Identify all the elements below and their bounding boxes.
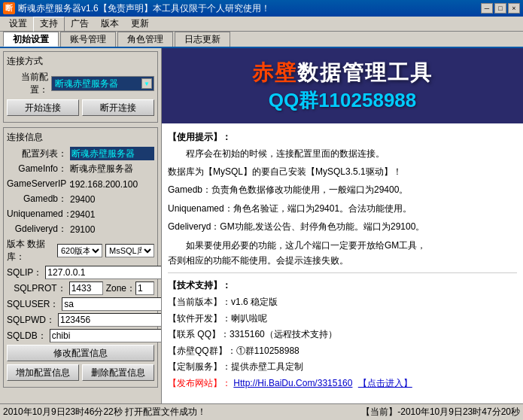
- sqlip-row: SQLIP：: [7, 266, 154, 279]
- status-left-text: 2010年10月9日23时46分22秒 打开配置文件成功！: [3, 406, 361, 418]
- tab-initial-setup[interactable]: 初始设置: [3, 32, 59, 47]
- tech-support-section: 【技术支持】： 【当前版本】：v1.6 稳定版 【软件开发】：喇叭啦呢 【联系 …: [168, 278, 517, 391]
- usage-tips-p3: Gamedb：负责角色数据修改功能使用，一般端口为29400。: [168, 182, 517, 197]
- tab-log-update[interactable]: 日志更新: [175, 32, 230, 47]
- gdeliveryd-value: 29100: [70, 224, 95, 235]
- right-header: 赤壁数据管理工具 QQ群110258988: [162, 48, 523, 123]
- left-panel: 连接方式 当前配置： 断魂赤壁服务器 ▼ 开始连接 断开连接 连接信息 配置列表…: [0, 48, 162, 403]
- tech-custom: 【定制服务】：提供赤壁工具定制: [168, 359, 517, 376]
- minimize-button[interactable]: ─: [481, 3, 493, 14]
- add-config-button[interactable]: 增加配置信息: [7, 364, 79, 381]
- sqlprot-input[interactable]: [69, 282, 103, 295]
- sqlprot-label: SQLPROT：: [7, 282, 66, 295]
- sqlpwd-label: SQLPWD：: [7, 314, 55, 327]
- modify-config-button[interactable]: 修改配置信息: [7, 345, 154, 361]
- version-db-row: 版本 数据库： 620版本 640版本 MsSQL库 MySQL库: [7, 238, 154, 263]
- stop-connect-button[interactable]: 断开连接: [82, 99, 154, 116]
- tech-redwall-value: ①群110258988: [236, 345, 300, 356]
- start-connect-button[interactable]: 开始连接: [7, 99, 79, 116]
- gdeliveryd-row: Gdeliveryd： 29100: [7, 223, 154, 236]
- usage-tips-p4: Uniquenamed：角色名验证，端口为29401。合法功能使用。: [168, 201, 517, 216]
- tech-website-url[interactable]: Http://Hi.BaiDu.Com/3315160: [233, 378, 352, 388]
- gamedb-value: 29400: [70, 194, 95, 205]
- menu-update[interactable]: 更新: [125, 17, 155, 32]
- divider: [168, 272, 517, 273]
- sqlpwd-row: SQLPWD：: [7, 313, 154, 327]
- gdeliveryd-label: Gdeliveryd：: [7, 223, 67, 236]
- tech-qq-label: 【联系 QQ】：: [168, 329, 230, 339]
- zone-label: Zone：: [106, 282, 135, 295]
- sqldb-row: SQLDB：: [7, 329, 154, 342]
- tech-qq-value: 3315160（远程技术支持）: [230, 329, 337, 339]
- add-delete-buttons: 增加配置信息 删除配置信息: [7, 364, 154, 381]
- sqlpwd-input[interactable]: [58, 313, 162, 327]
- right-title: 赤壁数据管理工具: [252, 59, 433, 87]
- config-dropdown-value: 断魂赤壁服务器: [53, 78, 152, 90]
- right-panel: 赤壁数据管理工具 QQ群110258988 【使用提示】： 程序会在初始的时候，…: [162, 48, 523, 403]
- config-list-row: 配置列表： 断魂赤壁服务器: [7, 147, 154, 160]
- sqluser-input[interactable]: [62, 297, 162, 311]
- current-config-row: 当前配置： 断魂赤壁服务器 ▼: [7, 71, 154, 96]
- tech-website: 【发布网站】： Http://Hi.BaiDu.Com/3315160 【点击进…: [168, 376, 517, 392]
- menu-settings[interactable]: 设置: [3, 17, 33, 32]
- config-list-label: 配置列表：: [7, 148, 67, 160]
- gamedb-label: Gamedb：: [7, 193, 67, 205]
- sqluser-label: SQLUSER：: [7, 298, 59, 311]
- tech-dev-value: 喇叭啦呢: [231, 313, 267, 324]
- maximize-button[interactable]: □: [494, 3, 506, 14]
- menu-version[interactable]: 版本: [95, 17, 125, 32]
- gameserverip-value: 192.168.200.100: [70, 179, 138, 190]
- tech-qq: 【联系 QQ】：3315160（远程技术支持）: [168, 327, 517, 343]
- db-type-select[interactable]: MsSQL库 MySQL库: [105, 244, 154, 257]
- current-config-label: 当前配置：: [7, 71, 48, 96]
- connection-method-group: 连接方式 当前配置： 断魂赤壁服务器 ▼ 开始连接 断开连接: [3, 51, 158, 123]
- tech-developer: 【软件开发】：喇叭啦呢: [168, 311, 517, 327]
- version-select[interactable]: 620版本 640版本: [57, 244, 102, 257]
- sqlip-input[interactable]: [45, 266, 162, 279]
- menu-support[interactable]: 支持: [33, 17, 65, 32]
- title-rest: 数据管理工具: [297, 61, 433, 84]
- usage-tips-p7: 否则相应的功能不能使用。会提示连接失败。: [168, 253, 517, 268]
- usage-tips-p5: Gdeliveryd：GM功能,发送公告、封停角色功能。端口为29100。: [168, 219, 517, 234]
- delete-config-button[interactable]: 删除配置信息: [82, 364, 154, 381]
- close-button[interactable]: ×: [508, 3, 520, 14]
- tab-role-mgmt[interactable]: 角色管理: [117, 32, 173, 47]
- tab-account-mgmt[interactable]: 账号管理: [60, 32, 116, 47]
- menu-ads[interactable]: 广告: [65, 17, 95, 32]
- usage-tips-section: 【使用提示】： 程序会在初始的时候，连接配置里面的数据连接。 数据库为【MySQ…: [168, 129, 517, 268]
- gamedb-row: Gamedb： 29400: [7, 193, 154, 205]
- config-dropdown[interactable]: 断魂赤壁服务器 ▼: [51, 76, 154, 91]
- tech-website-label: 【发布网站】：: [168, 378, 231, 388]
- uniquenamed-row: Uniquenamed： 29401: [7, 208, 154, 221]
- tech-dev-label: 【软件开发】：: [168, 313, 231, 324]
- gameinfo-value: 断魂赤壁服务器: [70, 163, 133, 175]
- tech-custom-value: 提供赤壁工具定制: [231, 361, 303, 372]
- gameinfo-label: GameInfo：: [7, 163, 67, 175]
- uniquenamed-value: 29401: [70, 209, 95, 220]
- config-list-value: 断魂赤壁服务器: [70, 147, 154, 160]
- tech-version-value: v1.6 稳定版: [231, 297, 278, 307]
- connect-buttons: 开始连接 断开连接: [7, 99, 154, 116]
- status-bar: 2010年10月9日23时46分22秒 打开配置文件成功！ 【当前】-2010年…: [0, 403, 523, 420]
- usage-tips-title: 【使用提示】：: [168, 129, 517, 146]
- tech-redwall-label: 【赤壁QQ群】：: [168, 345, 236, 356]
- title-bar: 断 断魂赤壁服务器v1.6【免责声明】本工具仅限于个人研究使用！ ─ □ ×: [0, 0, 523, 17]
- tab-bar: 初始设置 账号管理 角色管理 日志更新: [0, 32, 523, 48]
- tech-website-btn[interactable]: 【点击进入】: [358, 378, 412, 388]
- sqlprot-row: SQLPROT： Zone：: [7, 282, 154, 295]
- title-highlight: 赤壁: [252, 61, 297, 84]
- dropdown-arrow-icon[interactable]: ▼: [141, 78, 152, 89]
- version-db-label: 版本 数据库：: [7, 238, 54, 263]
- tech-title: 【技术支持】：: [168, 278, 517, 294]
- zone-input[interactable]: [135, 282, 154, 295]
- tech-version: 【当前版本】：v1.6 稳定版: [168, 294, 517, 311]
- usage-tips-p1: 程序会在初始的时候，连接配置里面的数据连接。: [168, 146, 517, 161]
- qq-group-text: QQ群110258988: [269, 87, 417, 114]
- gameserverip-label: GameServerIP：: [7, 178, 67, 190]
- usage-tips-p6: 如果要使用必要的功能，这几个端口一定要开放给GM工具，: [168, 238, 517, 253]
- title-bar-text: 断魂赤壁服务器v1.6【免责声明】本工具仅限于个人研究使用！: [18, 2, 481, 15]
- connection-info-section: 连接信息 配置列表： 断魂赤壁服务器 GameInfo： 断魂赤壁服务器 Gam…: [3, 127, 158, 388]
- usage-tips-p2: 数据库为【MySQL】的要自己安装【MySQL3.5.1驱动】！: [168, 164, 517, 179]
- sqluser-row: SQLUSER：: [7, 297, 154, 311]
- sqldb-input[interactable]: [50, 329, 162, 342]
